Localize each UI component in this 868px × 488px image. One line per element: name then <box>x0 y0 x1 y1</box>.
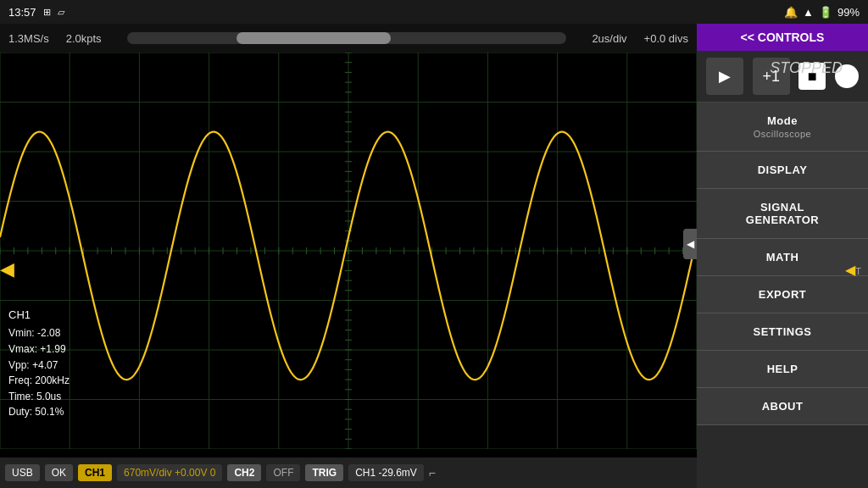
mem-depth: 2.0kpts <box>66 32 102 45</box>
menu-math[interactable]: MATH <box>697 239 868 276</box>
scroll-track[interactable] <box>127 32 567 44</box>
measurements-panel: CH1 Vmin: -2.08 Vmax: +1.99 Vpp: +4.07 F… <box>8 307 70 420</box>
menu-settings[interactable]: SETTINGS <box>697 313 868 351</box>
menu-export[interactable]: EXPORT <box>697 276 868 313</box>
duty: Duty: 50.1% <box>8 404 70 420</box>
vpp: Vpp: +4.07 <box>8 358 70 374</box>
wifi-icon: ▲ <box>803 6 814 19</box>
status-time: 13:57 <box>8 6 36 19</box>
scroll-thumb[interactable] <box>236 32 391 44</box>
ch1-label: CH1 <box>8 307 70 324</box>
ch1-info: 670mV/div +0.00V 0 <box>117 464 222 481</box>
play-button[interactable]: ▶ <box>706 58 743 95</box>
bottom-bar: USB OK CH1 670mV/div +0.00V 0 CH2 OFF TR… <box>0 458 697 488</box>
status-icon2: ▱ <box>58 7 64 18</box>
time-meas: Time: 5.0us <box>8 389 70 405</box>
trig-button[interactable]: TRIG <box>305 464 343 481</box>
offset: +0.0 divs <box>644 32 688 45</box>
time-div: 2us/div <box>592 32 626 45</box>
ch2-info: OFF <box>266 464 300 481</box>
waveform-canvas[interactable] <box>0 53 697 449</box>
status-icon1: ⊞ <box>43 7 51 18</box>
ok-button[interactable]: OK <box>45 464 73 481</box>
vmax: Vmax: +1.99 <box>8 341 70 358</box>
vibration-icon: 🔔 <box>784 6 798 19</box>
freq: Freq: 200kHz <box>8 373 70 389</box>
sample-rate: 1.3MS/s <box>8 32 49 45</box>
trig-line: ⌐ <box>429 466 436 480</box>
usb-button[interactable]: USB <box>5 464 40 481</box>
stopped-label: STOPPED <box>770 59 843 77</box>
side-handle-icon: ◀ <box>687 238 694 250</box>
trig-info: CH1 -29.6mV <box>348 464 424 481</box>
trigger-arrow-right: ◀T <box>845 262 861 278</box>
status-bar: 13:57 ⊞ ▱ 🔔 ▲ 🔋 99% <box>0 0 868 24</box>
trigger-arrow-left: ◀ <box>0 258 14 280</box>
battery-icon: 🔋 <box>819 6 832 19</box>
top-toolbar: 1.3MS/s 2.0kpts 2us/div +0.0 divs <box>0 24 697 53</box>
waveform-container <box>0 53 697 449</box>
battery-percent: 99% <box>837 6 860 19</box>
ch2-button[interactable]: CH2 <box>227 464 261 481</box>
controls-button[interactable]: << CONTROLS <box>697 24 868 51</box>
menu-display[interactable]: DISPLAY <box>697 152 868 189</box>
vmin: Vmin: -2.08 <box>8 325 70 341</box>
menu-about[interactable]: ABOUT <box>697 388 868 425</box>
menu-help[interactable]: HELP <box>697 351 868 388</box>
menu-mode[interactable]: Mode Oscilloscope <box>697 103 868 152</box>
menu-signal-generator[interactable]: SIGNAL GENERATOR <box>697 189 868 239</box>
ch1-button[interactable]: CH1 <box>78 464 112 481</box>
side-handle[interactable]: ◀ <box>683 229 697 259</box>
right-panel: << CONTROLS ▶ +1 ■ Mode Oscilloscope DIS… <box>697 24 868 488</box>
